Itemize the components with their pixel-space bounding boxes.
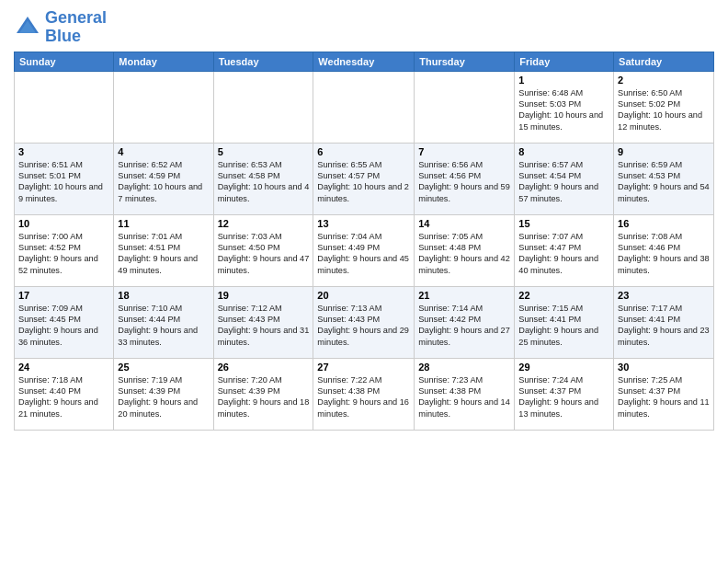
calendar-cell	[15, 71, 114, 143]
day-info: Sunrise: 7:07 AMSunset: 4:47 PMDaylight:…	[518, 231, 609, 277]
day-info: Sunrise: 7:13 AMSunset: 4:43 PMDaylight:…	[317, 303, 410, 349]
calendar-cell: 28Sunrise: 7:23 AMSunset: 4:38 PMDayligh…	[415, 358, 515, 430]
calendar-cell: 25Sunrise: 7:19 AMSunset: 4:39 PMDayligh…	[114, 358, 213, 430]
calendar-cell: 24Sunrise: 7:18 AMSunset: 4:40 PMDayligh…	[15, 358, 114, 430]
day-number: 5	[218, 146, 310, 157]
day-info: Sunrise: 6:48 AMSunset: 5:03 PMDaylight:…	[518, 87, 609, 133]
day-info: Sunrise: 7:24 AMSunset: 4:37 PMDaylight:…	[518, 374, 609, 420]
calendar-cell	[213, 71, 313, 143]
calendar-cell	[114, 71, 213, 143]
logo-text: General Blue	[45, 9, 107, 46]
calendar-cell: 21Sunrise: 7:14 AMSunset: 4:42 PMDayligh…	[415, 286, 515, 358]
logo: General Blue	[14, 9, 107, 46]
calendar-header-row: SundayMondayTuesdayWednesdayThursdayFrid…	[15, 52, 714, 71]
col-header-sunday: Sunday	[15, 52, 114, 71]
day-number: 24	[18, 362, 109, 373]
day-info: Sunrise: 7:22 AMSunset: 4:38 PMDaylight:…	[317, 374, 410, 420]
col-header-saturday: Saturday	[614, 52, 714, 71]
day-number: 3	[18, 146, 109, 157]
day-info: Sunrise: 6:53 AMSunset: 4:58 PMDaylight:…	[218, 159, 310, 205]
calendar-cell: 5Sunrise: 6:53 AMSunset: 4:58 PMDaylight…	[213, 143, 313, 214]
day-number: 28	[418, 362, 510, 373]
day-info: Sunrise: 7:18 AMSunset: 4:40 PMDaylight:…	[18, 374, 109, 420]
calendar-week-row: 1Sunrise: 6:48 AMSunset: 5:03 PMDaylight…	[15, 71, 714, 143]
day-info: Sunrise: 7:03 AMSunset: 4:50 PMDaylight:…	[218, 231, 310, 277]
col-header-thursday: Thursday	[415, 52, 515, 71]
calendar-cell: 9Sunrise: 6:59 AMSunset: 4:53 PMDaylight…	[614, 143, 714, 214]
day-info: Sunrise: 7:04 AMSunset: 4:49 PMDaylight:…	[317, 231, 410, 277]
calendar-cell: 22Sunrise: 7:15 AMSunset: 4:41 PMDayligh…	[515, 286, 614, 358]
page: General Blue SundayMondayTuesdayWednesda…	[0, 0, 728, 563]
day-number: 11	[118, 218, 209, 229]
day-info: Sunrise: 7:17 AMSunset: 4:41 PMDaylight:…	[618, 303, 710, 349]
day-number: 20	[317, 290, 410, 301]
day-number: 25	[118, 362, 209, 373]
calendar-cell: 11Sunrise: 7:01 AMSunset: 4:51 PMDayligh…	[114, 214, 213, 286]
calendar-cell: 6Sunrise: 6:55 AMSunset: 4:57 PMDaylight…	[313, 143, 415, 214]
day-number: 12	[218, 218, 310, 229]
calendar-week-row: 3Sunrise: 6:51 AMSunset: 5:01 PMDaylight…	[15, 143, 714, 214]
calendar-cell	[313, 71, 415, 143]
calendar-cell: 26Sunrise: 7:20 AMSunset: 4:39 PMDayligh…	[213, 358, 313, 430]
day-info: Sunrise: 7:05 AMSunset: 4:48 PMDaylight:…	[418, 231, 510, 277]
calendar-table: SundayMondayTuesdayWednesdayThursdayFrid…	[14, 52, 714, 431]
calendar-cell: 19Sunrise: 7:12 AMSunset: 4:43 PMDayligh…	[213, 286, 313, 358]
col-header-friday: Friday	[515, 52, 614, 71]
calendar-week-row: 17Sunrise: 7:09 AMSunset: 4:45 PMDayligh…	[15, 286, 714, 358]
day-info: Sunrise: 6:56 AMSunset: 4:56 PMDaylight:…	[418, 159, 510, 205]
day-number: 23	[618, 290, 710, 301]
day-info: Sunrise: 7:23 AMSunset: 4:38 PMDaylight:…	[418, 374, 510, 420]
day-number: 13	[317, 218, 410, 229]
calendar-cell: 10Sunrise: 7:00 AMSunset: 4:52 PMDayligh…	[15, 214, 114, 286]
day-number: 1	[518, 75, 609, 86]
calendar-cell: 1Sunrise: 6:48 AMSunset: 5:03 PMDaylight…	[515, 71, 614, 143]
calendar-cell: 13Sunrise: 7:04 AMSunset: 4:49 PMDayligh…	[313, 214, 415, 286]
calendar-cell: 30Sunrise: 7:25 AMSunset: 4:37 PMDayligh…	[614, 358, 714, 430]
calendar-cell: 17Sunrise: 7:09 AMSunset: 4:45 PMDayligh…	[15, 286, 114, 358]
day-number: 10	[18, 218, 109, 229]
col-header-wednesday: Wednesday	[313, 52, 415, 71]
day-number: 27	[317, 362, 410, 373]
day-info: Sunrise: 7:20 AMSunset: 4:39 PMDaylight:…	[218, 374, 310, 420]
calendar-cell: 23Sunrise: 7:17 AMSunset: 4:41 PMDayligh…	[614, 286, 714, 358]
day-info: Sunrise: 6:51 AMSunset: 5:01 PMDaylight:…	[18, 159, 109, 205]
day-info: Sunrise: 7:15 AMSunset: 4:41 PMDaylight:…	[518, 303, 609, 349]
header: General Blue	[14, 9, 714, 46]
day-number: 2	[618, 75, 710, 86]
calendar-cell: 2Sunrise: 6:50 AMSunset: 5:02 PMDaylight…	[614, 71, 714, 143]
day-info: Sunrise: 7:00 AMSunset: 4:52 PMDaylight:…	[18, 231, 109, 277]
day-info: Sunrise: 6:52 AMSunset: 4:59 PMDaylight:…	[118, 159, 209, 205]
calendar-cell: 29Sunrise: 7:24 AMSunset: 4:37 PMDayligh…	[515, 358, 614, 430]
day-info: Sunrise: 7:19 AMSunset: 4:39 PMDaylight:…	[118, 374, 209, 420]
calendar-week-row: 10Sunrise: 7:00 AMSunset: 4:52 PMDayligh…	[15, 214, 714, 286]
calendar-cell: 8Sunrise: 6:57 AMSunset: 4:54 PMDaylight…	[515, 143, 614, 214]
day-info: Sunrise: 7:09 AMSunset: 4:45 PMDaylight:…	[18, 303, 109, 349]
day-info: Sunrise: 7:12 AMSunset: 4:43 PMDaylight:…	[218, 303, 310, 349]
day-number: 19	[218, 290, 310, 301]
day-info: Sunrise: 7:01 AMSunset: 4:51 PMDaylight:…	[118, 231, 209, 277]
day-info: Sunrise: 7:14 AMSunset: 4:42 PMDaylight:…	[418, 303, 510, 349]
day-number: 6	[317, 146, 410, 157]
day-number: 4	[118, 146, 209, 157]
day-info: Sunrise: 6:55 AMSunset: 4:57 PMDaylight:…	[317, 159, 410, 205]
calendar-week-row: 24Sunrise: 7:18 AMSunset: 4:40 PMDayligh…	[15, 358, 714, 430]
day-number: 16	[618, 218, 710, 229]
day-number: 8	[518, 146, 609, 157]
calendar-cell	[415, 71, 515, 143]
day-number: 29	[518, 362, 609, 373]
calendar-cell: 20Sunrise: 7:13 AMSunset: 4:43 PMDayligh…	[313, 286, 415, 358]
day-number: 18	[118, 290, 209, 301]
calendar-cell: 18Sunrise: 7:10 AMSunset: 4:44 PMDayligh…	[114, 286, 213, 358]
day-info: Sunrise: 6:50 AMSunset: 5:02 PMDaylight:…	[618, 87, 710, 133]
day-info: Sunrise: 6:57 AMSunset: 4:54 PMDaylight:…	[518, 159, 609, 205]
calendar-cell: 4Sunrise: 6:52 AMSunset: 4:59 PMDaylight…	[114, 143, 213, 214]
day-number: 9	[618, 146, 710, 157]
day-number: 30	[618, 362, 710, 373]
calendar-cell: 12Sunrise: 7:03 AMSunset: 4:50 PMDayligh…	[213, 214, 313, 286]
day-info: Sunrise: 7:25 AMSunset: 4:37 PMDaylight:…	[618, 374, 710, 420]
calendar-cell: 7Sunrise: 6:56 AMSunset: 4:56 PMDaylight…	[415, 143, 515, 214]
day-number: 17	[18, 290, 109, 301]
day-number: 21	[418, 290, 510, 301]
calendar-cell: 3Sunrise: 6:51 AMSunset: 5:01 PMDaylight…	[15, 143, 114, 214]
day-info: Sunrise: 7:10 AMSunset: 4:44 PMDaylight:…	[118, 303, 209, 349]
